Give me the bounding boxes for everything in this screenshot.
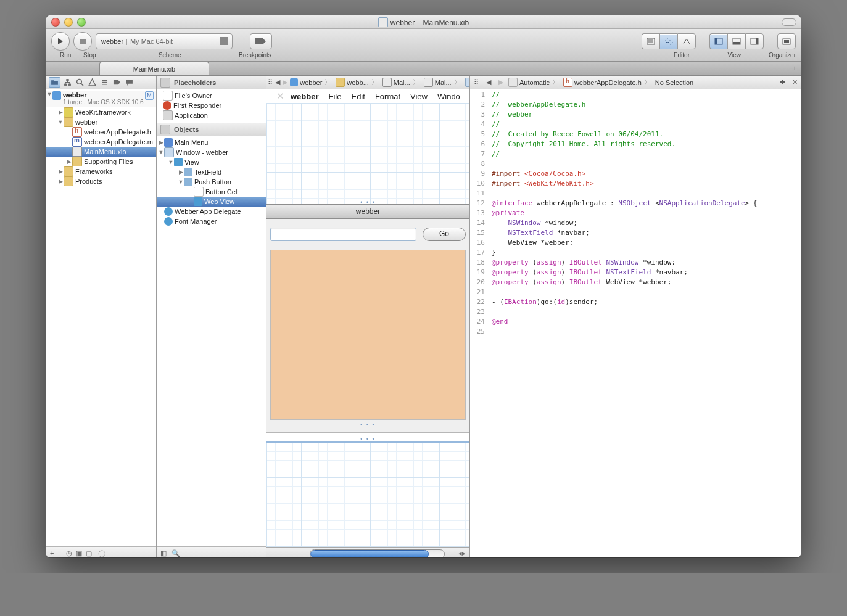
breadcrumb-item[interactable]: Win...〉 xyxy=(464,78,469,87)
outline-item[interactable]: Main Menu xyxy=(157,138,266,147)
editor-file-crumb[interactable]: webberAppDelegate.h〉 xyxy=(562,76,654,89)
recent-filter-icon[interactable]: ◷ xyxy=(66,549,72,557)
disclosure-icon[interactable] xyxy=(46,91,52,97)
assistant-editor-button[interactable] xyxy=(659,33,677,49)
sim-menubar[interactable]: ✕ webber File Edit Format View Windo xyxy=(266,89,469,104)
breadcrumb-item[interactable]: Mai...〉 xyxy=(381,78,423,87)
code-line[interactable]: - (IBAction)go:(id)sender; xyxy=(492,297,758,307)
navigator-toggle[interactable] xyxy=(709,33,727,49)
code-line[interactable]: // webber xyxy=(492,110,758,120)
code-line[interactable]: } xyxy=(492,248,758,258)
filter-field-icon[interactable]: ◯ xyxy=(98,549,105,557)
disclosure-icon[interactable] xyxy=(57,119,64,125)
resize-handle-icon[interactable]: • • • xyxy=(359,199,378,203)
organizer-button[interactable] xyxy=(777,33,796,49)
standard-editor-button[interactable] xyxy=(642,33,659,49)
scheme-selector[interactable]: webber | My Mac 64-bit ▲▼ xyxy=(96,33,233,49)
breadcrumb-item[interactable]: webber〉 xyxy=(289,78,334,87)
code-line[interactable]: @property (assign) IBOutlet NSTextField … xyxy=(492,268,758,277)
placeholder-item[interactable]: Application xyxy=(157,110,266,120)
related-items-button[interactable]: ⠿ xyxy=(470,77,482,88)
code-line[interactable]: // Created by Reece Fowell on 06/04/2011… xyxy=(492,129,758,139)
tab-mainmenu-xib[interactable]: MainMenu.xib xyxy=(99,62,209,75)
code-line[interactable] xyxy=(492,159,758,169)
placeholder-item[interactable]: First Responder xyxy=(157,101,266,110)
project-navigator-tab[interactable] xyxy=(49,77,60,88)
breadcrumb-item[interactable]: webb...〉 xyxy=(334,78,381,87)
code-line[interactable]: @private xyxy=(492,208,758,218)
project-file[interactable]: webberAppDelegate.h xyxy=(46,127,156,137)
code-line[interactable]: NSWindow *window; xyxy=(492,218,758,228)
add-button[interactable]: + xyxy=(50,549,54,557)
disclosure-icon[interactable] xyxy=(178,179,184,185)
code-line[interactable]: @interface webberAppDelegate : NSObject … xyxy=(492,199,758,208)
scm-filter-icon[interactable]: ▣ xyxy=(76,549,82,557)
sim-menu-format[interactable]: Format xyxy=(375,92,400,101)
project-tree[interactable]: webber 1 target, Mac OS X SDK 10.6 M Web… xyxy=(46,89,156,546)
breadcrumb-item[interactable]: Mai...〉 xyxy=(423,78,464,87)
code-content[interactable]: //// webberAppDelegate.h// webber//// Cr… xyxy=(488,89,761,557)
issue-navigator-tab[interactable] xyxy=(87,78,97,87)
sim-menu-app[interactable]: webber xyxy=(291,92,319,101)
sim-menu-view[interactable]: View xyxy=(410,92,428,101)
disclosure-icon[interactable] xyxy=(158,149,164,155)
code-line[interactable] xyxy=(492,189,758,199)
editor-mode-crumb[interactable]: Automatic〉 xyxy=(507,76,562,89)
version-editor-button[interactable] xyxy=(677,33,696,49)
toolbar-toggle-pill[interactable] xyxy=(782,18,796,26)
code-line[interactable]: // Copyright 2011 Home. All rights reser… xyxy=(492,139,758,149)
placeholder-item[interactable]: File's Owner xyxy=(157,91,266,101)
project-root[interactable]: webber 1 target, Mac OS X SDK 10.6 M xyxy=(46,91,156,107)
run-button[interactable] xyxy=(51,32,70,51)
search-navigator-tab[interactable] xyxy=(75,78,85,87)
disclosure-icon[interactable] xyxy=(57,109,64,115)
back-button[interactable]: ◀ xyxy=(482,77,495,88)
outline-item[interactable]: Button Cell xyxy=(157,187,266,197)
web-view[interactable] xyxy=(270,250,466,420)
code-line[interactable]: @property (assign) IBOutlet WebView *web… xyxy=(492,277,758,287)
go-button[interactable]: Go xyxy=(423,228,466,241)
code-line[interactable]: // xyxy=(492,149,758,159)
outline-item[interactable]: TextField xyxy=(157,167,266,177)
resize-handle-icon[interactable]: • • • xyxy=(359,422,378,425)
code-line[interactable]: // xyxy=(492,90,758,100)
sim-menu-file[interactable]: File xyxy=(329,92,342,101)
sim-menu-edit[interactable]: Edit xyxy=(351,92,365,101)
outline-item[interactable]: Web View xyxy=(157,197,266,207)
project-file[interactable]: WebKit.framework xyxy=(46,107,156,117)
project-file[interactable]: Supporting Files xyxy=(46,157,156,166)
source-editor[interactable]: 1234567891011121314151617181920212223242… xyxy=(470,89,801,557)
project-file[interactable]: Products xyxy=(46,176,156,186)
debug-toggle[interactable] xyxy=(727,33,745,49)
forward-button[interactable]: ▶ xyxy=(281,77,289,88)
outline-item[interactable]: Window - webber xyxy=(157,147,266,157)
sim-menu-window[interactable]: Windo xyxy=(437,92,460,101)
objects-tree[interactable]: Main Menu Window - webber View TextField… xyxy=(157,136,266,546)
project-file[interactable]: Frameworks xyxy=(46,166,156,176)
code-line[interactable] xyxy=(492,307,758,317)
outline-item[interactable]: Webber App Delegate xyxy=(157,207,266,216)
url-textfield[interactable] xyxy=(270,228,416,241)
close-sim-menubar-icon[interactable]: ✕ xyxy=(276,91,284,102)
project-file[interactable]: MainMenu.xib xyxy=(46,147,156,157)
related-items-button[interactable]: ⠿ xyxy=(266,77,274,88)
close-assistant-button[interactable]: ✕ xyxy=(788,77,801,88)
code-line[interactable]: // xyxy=(492,120,758,129)
project-file[interactable]: webberAppDelegate.m xyxy=(46,137,156,147)
scroll-stepper-icon[interactable]: ◂▸ xyxy=(458,549,466,557)
outline-toggle-icon[interactable]: ◧ xyxy=(160,549,167,557)
disclosure-icon[interactable] xyxy=(66,158,72,165)
breakpoints-button[interactable] xyxy=(250,33,272,49)
unsaved-filter-icon[interactable]: ▢ xyxy=(86,549,92,557)
code-line[interactable]: #import <Cocoa/Cocoa.h> xyxy=(492,169,758,179)
disclosure-icon[interactable] xyxy=(158,139,164,146)
sim-window-titlebar[interactable]: webber xyxy=(266,204,469,219)
utilities-toggle[interactable] xyxy=(745,33,764,49)
log-navigator-tab[interactable] xyxy=(124,78,134,87)
add-assistant-button[interactable]: ✚ xyxy=(776,77,788,88)
editor-selection-crumb[interactable]: No Selection xyxy=(654,76,696,89)
add-tab-button[interactable]: + xyxy=(792,64,797,73)
breakpoint-navigator-tab[interactable] xyxy=(112,78,122,87)
code-line[interactable]: @end xyxy=(492,317,758,327)
canvas-breadcrumb[interactable]: webber〉webb...〉Mai...〉Mai...〉Win...〉View… xyxy=(289,78,469,87)
